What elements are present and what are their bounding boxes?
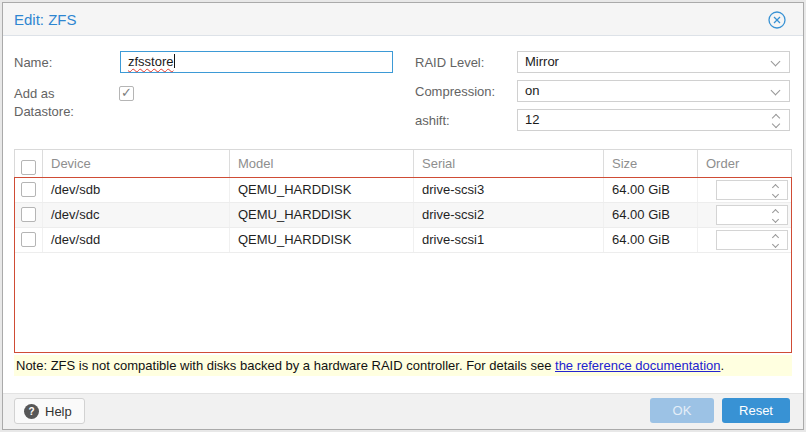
dialog-footer: ? Help OK Reset <box>3 393 803 429</box>
name-label: Name: <box>14 55 52 70</box>
order-spinner[interactable] <box>716 180 788 200</box>
model-cell: QEMU_HARDDISK <box>230 203 414 227</box>
serial-cell: drive-scsi3 <box>414 178 604 202</box>
compression-label: Compression: <box>415 84 495 99</box>
spinner-down-icon <box>772 191 779 198</box>
column-header-model[interactable]: Model <box>230 150 414 177</box>
spinner-down-icon <box>772 241 779 248</box>
order-cell <box>698 228 791 252</box>
reference-documentation-link[interactable]: the reference documentation <box>555 358 721 373</box>
size-cell: 64.00 GiB <box>604 178 698 202</box>
disk-table-body: /dev/sdb QEMU_HARDDISK drive-scsi3 64.00… <box>14 177 792 353</box>
row-select-cell <box>15 203 43 227</box>
name-input-value: zfsstore <box>128 54 174 69</box>
size-cell: 64.00 GiB <box>604 228 698 252</box>
column-header-size[interactable]: Size <box>604 150 698 177</box>
model-cell: QEMU_HARDDISK <box>230 228 414 252</box>
row-select-cell <box>15 178 43 202</box>
edit-zfs-dialog: Edit: ZFS Name: zfsstore Add as Datastor… <box>2 2 804 430</box>
add-datastore-label: Add as Datastore: <box>14 85 106 121</box>
order-cell <box>698 178 791 202</box>
device-cell: /dev/sdb <box>43 178 230 202</box>
column-header-serial[interactable]: Serial <box>414 150 604 177</box>
select-all-cell <box>15 150 43 177</box>
note-text-end: . <box>721 358 725 373</box>
text-caret <box>174 54 175 68</box>
dialog-header: Edit: ZFS <box>3 3 803 36</box>
table-row[interactable]: /dev/sdc QEMU_HARDDISK drive-scsi2 64.00… <box>15 203 791 228</box>
raid-level-value: Mirror <box>525 54 559 69</box>
raid-level-label: RAID Level: <box>415 55 484 70</box>
chevron-down-icon <box>771 57 781 67</box>
reset-button[interactable]: Reset <box>722 398 790 423</box>
name-input[interactable]: zfsstore <box>120 51 393 73</box>
disk-table-header: Device Model Serial Size Order <box>14 149 792 177</box>
ashift-spinner[interactable]: 12 <box>517 109 790 131</box>
device-cell: /dev/sdc <box>43 203 230 227</box>
column-header-order[interactable]: Order <box>698 150 791 177</box>
ashift-label: ashift: <box>415 113 450 128</box>
size-cell: 64.00 GiB <box>604 203 698 227</box>
table-row[interactable]: /dev/sdd QEMU_HARDDISK drive-scsi1 64.00… <box>15 228 791 253</box>
spinner-down-icon <box>772 120 780 128</box>
ok-button[interactable]: OK <box>650 398 714 423</box>
row-select-cell <box>15 228 43 252</box>
question-icon: ? <box>24 404 39 419</box>
serial-cell: drive-scsi2 <box>414 203 604 227</box>
ashift-value: 12 <box>525 112 539 127</box>
close-icon[interactable] <box>768 11 786 29</box>
serial-cell: drive-scsi1 <box>414 228 604 252</box>
help-button-label: Help <box>45 404 72 419</box>
compression-select[interactable]: on <box>517 80 790 102</box>
disk-table: Device Model Serial Size Order /dev/sdb … <box>14 149 792 353</box>
row-checkbox[interactable] <box>21 232 36 247</box>
table-row[interactable]: /dev/sdb QEMU_HARDDISK drive-scsi3 64.00… <box>15 178 791 203</box>
zfs-note: Note: ZFS is not compatible with disks b… <box>14 355 792 376</box>
select-all-checkbox[interactable] <box>21 160 36 175</box>
order-spinner[interactable] <box>716 230 788 250</box>
order-spinner[interactable] <box>716 205 788 225</box>
add-datastore-checkbox[interactable] <box>119 86 134 101</box>
help-button[interactable]: ? Help <box>14 398 85 424</box>
column-header-device[interactable]: Device <box>43 150 230 177</box>
row-checkbox[interactable] <box>21 182 36 197</box>
model-cell: QEMU_HARDDISK <box>230 178 414 202</box>
note-text: Note: ZFS is not compatible with disks b… <box>16 358 555 373</box>
compression-value: on <box>525 83 539 98</box>
raid-level-select[interactable]: Mirror <box>517 51 790 73</box>
device-cell: /dev/sdd <box>43 228 230 252</box>
order-cell <box>698 203 791 227</box>
spinner-down-icon <box>772 216 779 223</box>
dialog-title: Edit: ZFS <box>14 3 77 36</box>
chevron-down-icon <box>771 86 781 96</box>
row-checkbox[interactable] <box>21 207 36 222</box>
